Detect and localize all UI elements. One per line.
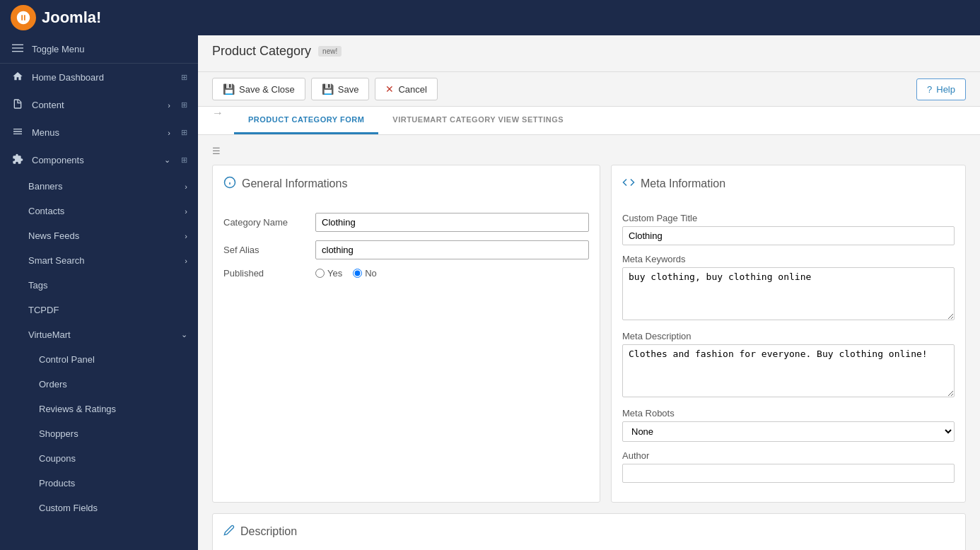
published-no-label[interactable]: No (353, 268, 377, 279)
content-grid-icon: ⊞ (181, 100, 187, 110)
sidebar-item-label-shoppers: Shoppers (39, 428, 187, 439)
published-label: Published (223, 268, 308, 279)
tab-product-category-form[interactable]: PRODUCT CATEGORY FORM (234, 107, 378, 134)
sidebar-item-label-menus: Menus (32, 127, 161, 138)
general-info-panel: General Informations Category Name Sef A… (212, 165, 600, 503)
joomla-logo[interactable]: Joomla! (11, 5, 101, 30)
menus-grid-icon: ⊞ (181, 128, 187, 137)
sidebar-item-label-virtuemart: VirtueMart (28, 329, 174, 340)
sidebar-item-reviews-ratings[interactable]: Reviews & Ratings (0, 397, 198, 421)
meta-robots-select[interactable]: None Index, Follow No Index, No Follow I… (622, 421, 955, 442)
page-header: Product Category new! (198, 35, 980, 72)
sidebar-item-shoppers[interactable]: Shoppers (0, 421, 198, 446)
svg-rect-1 (12, 47, 23, 48)
sidebar-item-tcpdf[interactable]: TCPDF (0, 298, 198, 322)
tab-product-category-form-label: PRODUCT CATEGORY FORM (248, 115, 364, 124)
description-title: Description (223, 525, 955, 546)
code-icon (622, 176, 635, 192)
svg-rect-0 (12, 45, 23, 45)
sidebar-item-label-home: Home Dashboard (32, 72, 170, 83)
joomla-logo-icon (11, 5, 36, 30)
tab-nav-arrow-icon[interactable]: → (212, 107, 223, 134)
form-toggle-bar[interactable]: ☰ (212, 146, 966, 156)
app-name: Joomla! (42, 8, 101, 27)
menus-icon (11, 126, 25, 139)
sidebar-item-control-panel[interactable]: Control Panel (0, 347, 198, 372)
info-circle-icon (223, 176, 236, 192)
meta-description-textarea[interactable]: Clothes and fashion for everyone. Buy cl… (622, 344, 955, 397)
sidebar-item-coupons[interactable]: Coupons (0, 446, 198, 471)
sidebar-item-label-orders: Orders (39, 379, 187, 390)
sidebar: Toggle Menu Home Dashboard ⊞ Content › ⊞… (0, 35, 198, 550)
help-button[interactable]: ? Help (916, 78, 966, 100)
contacts-chevron-right-icon: › (185, 207, 187, 216)
tabs-row: → PRODUCT CATEGORY FORM VIRTUEMART CATEG… (198, 107, 980, 135)
sidebar-item-label-products: Products (39, 478, 187, 488)
sef-alias-label: Sef Alias (223, 245, 308, 255)
home-icon (11, 71, 25, 84)
main-layout: Toggle Menu Home Dashboard ⊞ Content › ⊞… (0, 35, 980, 550)
sidebar-item-menus[interactable]: Menus › ⊞ (0, 119, 198, 146)
save-close-button[interactable]: 💾 Save & Close (212, 78, 305, 100)
content-icon (11, 98, 25, 112)
sidebar-item-contacts[interactable]: Contacts › (0, 199, 198, 223)
form-toggle-icon: ☰ (212, 146, 221, 156)
author-input[interactable] (622, 464, 955, 483)
meta-keywords-textarea[interactable]: buy clothing, buy clothing online (622, 267, 955, 320)
sidebar-item-banners[interactable]: Banners › (0, 174, 198, 199)
custom-page-title-group: Custom Page Title (622, 213, 955, 245)
sidebar-item-label-content: Content (32, 100, 161, 110)
meta-robots-label: Meta Robots (622, 408, 955, 419)
toggle-menu-item[interactable]: Toggle Menu (0, 35, 198, 64)
panels-row: General Informations Category Name Sef A… (212, 165, 966, 503)
save-button[interactable]: 💾 Save (311, 78, 370, 100)
sidebar-item-label-control-panel: Control Panel (39, 354, 187, 365)
sidebar-item-smart-search[interactable]: Smart Search › (0, 248, 198, 273)
published-yes-radio[interactable] (315, 269, 325, 278)
description-panel: Description Description Edit Insert View… (212, 513, 966, 550)
sidebar-item-label-components: Components (32, 155, 157, 165)
meta-info-label: Meta Information (641, 177, 725, 190)
toolbar: 💾 Save & Close 💾 Save ✕ Cancel ? Help (198, 72, 980, 107)
published-group: Published Yes No (223, 268, 589, 279)
smart-search-chevron-right-icon: › (185, 257, 187, 265)
sidebar-item-content[interactable]: Content › ⊞ (0, 91, 198, 119)
sidebar-item-news-feeds[interactable]: News Feeds › (0, 223, 198, 248)
category-name-label: Category Name (223, 217, 308, 228)
page-title: Product Category (212, 44, 311, 59)
meta-keywords-label: Meta Keywords (622, 254, 955, 264)
published-yes-label[interactable]: Yes (315, 268, 342, 279)
cancel-button[interactable]: ✕ Cancel (375, 78, 437, 100)
sidebar-item-tags[interactable]: Tags (0, 273, 198, 298)
help-icon: ? (927, 84, 932, 95)
sidebar-item-virtuemart[interactable]: VirtueMart ⌄ (0, 322, 198, 347)
meta-info-panel: Meta Information Custom Page Title Meta … (611, 165, 966, 503)
sidebar-item-products[interactable]: Products (0, 471, 198, 496)
toggle-menu-icon (11, 42, 25, 56)
sidebar-item-label-custom-fields: Custom Fields (39, 503, 187, 513)
sef-alias-input[interactable] (315, 240, 589, 259)
sidebar-item-label-smart-search: Smart Search (28, 255, 177, 266)
svg-rect-2 (12, 51, 23, 52)
sidebar-item-label-tcpdf: TCPDF (28, 305, 187, 315)
content-chevron-right-icon: › (168, 101, 170, 110)
sidebar-item-label-reviews-ratings: Reviews & Ratings (39, 404, 187, 414)
virtuemart-chevron-down-icon: ⌄ (181, 330, 187, 339)
meta-description-group: Meta Description Clothes and fashion for… (622, 331, 955, 399)
sidebar-item-custom-fields[interactable]: Custom Fields (0, 496, 198, 520)
tab-virtuemart-category-view[interactable]: VIRTUEMART CATEGORY VIEW SETTINGS (378, 107, 578, 134)
sidebar-item-components[interactable]: Components ⌄ ⊞ (0, 146, 198, 174)
sidebar-item-home-dashboard[interactable]: Home Dashboard ⊞ (0, 64, 198, 91)
custom-page-title-input[interactable] (622, 226, 955, 245)
cancel-icon: ✕ (385, 83, 394, 95)
published-no-radio[interactable] (353, 269, 362, 278)
meta-keywords-group: Meta Keywords buy clothing, buy clothing… (622, 254, 955, 322)
category-name-input[interactable] (315, 213, 589, 232)
components-chevron-down-icon: ⌄ (164, 156, 170, 165)
sidebar-item-orders[interactable]: Orders (0, 372, 198, 397)
page-title-badge: new! (318, 46, 342, 57)
tab-virtuemart-category-view-label: VIRTUEMART CATEGORY VIEW SETTINGS (392, 115, 564, 124)
pencil-icon (223, 525, 235, 539)
sidebar-item-label-tags: Tags (28, 280, 187, 291)
save-close-icon: 💾 (223, 83, 235, 95)
